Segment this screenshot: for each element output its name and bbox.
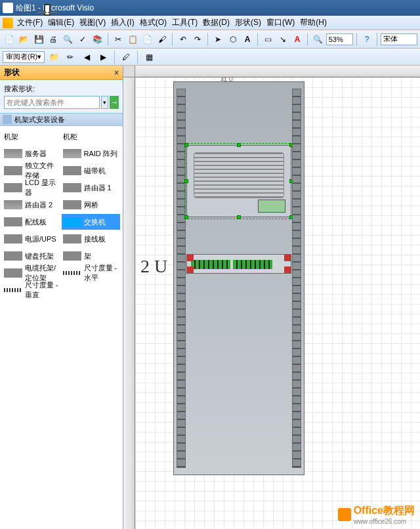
separator: [137, 51, 138, 64]
preview-button[interactable]: 🔍: [62, 32, 75, 47]
text-button[interactable]: A: [291, 32, 304, 47]
stencil-name: 机架式安装设备: [14, 115, 65, 125]
menu-format[interactable]: 格式(O): [140, 17, 167, 28]
print-button[interactable]: 🖨: [47, 32, 60, 47]
toolbar-reviewing: 审阅者(R) ▾ 📁 ✏ ◀ ▶ 🖊 ▦: [0, 49, 420, 66]
zoom-in-button[interactable]: 🔍: [311, 32, 324, 47]
edit-comment-button[interactable]: ✏: [63, 50, 77, 64]
separator: [108, 33, 108, 46]
text-tool[interactable]: A: [241, 32, 254, 47]
shape-server[interactable]: 服务器: [3, 146, 62, 161]
research-button[interactable]: 📚: [91, 32, 104, 47]
selection-handle[interactable]: [289, 215, 293, 219]
undo-button[interactable]: ↶: [176, 32, 189, 47]
shapes-header: 形状 ×: [0, 66, 123, 80]
close-icon[interactable]: ×: [114, 68, 119, 77]
format-painter-button[interactable]: 🖌: [156, 32, 169, 47]
shape-dim-v[interactable]: 尺寸度量 - 垂直: [3, 282, 62, 298]
switch-shape[interactable]: [186, 254, 291, 274]
menu-window[interactable]: 窗口(W): [266, 17, 295, 28]
shape-lcd[interactable]: LCD 显示器: [3, 180, 62, 196]
menu-help[interactable]: 帮助(H): [300, 17, 327, 28]
new-comment-button[interactable]: 📁: [47, 50, 61, 64]
stencil-body: 机架 机柜 服务器 RAID 阵列 独立文件存储 磁带机 LCD 显示器 路由器…: [0, 126, 123, 529]
zoom-level[interactable]: 53%: [326, 33, 353, 45]
reviewer-dropdown[interactable]: 审阅者(R) ▾: [3, 51, 45, 63]
shape-raid[interactable]: RAID 阵列: [62, 146, 121, 161]
titlebar: 绘图1 - Microsoft Visio: [0, 0, 420, 16]
menu-view[interactable]: 视图(V): [79, 17, 106, 28]
shape-bridge[interactable]: 网桥: [62, 197, 121, 213]
shape-router2[interactable]: 路由器 2: [3, 197, 62, 213]
server-shape-selected[interactable]: [186, 145, 291, 217]
separator: [377, 33, 377, 46]
stencil-header[interactable]: 机架式安装设备: [0, 113, 123, 126]
copy-button[interactable]: 📋: [126, 32, 139, 47]
ruler-vertical[interactable]: [123, 77, 135, 529]
search-dropdown[interactable]: ▾: [101, 96, 108, 109]
separator: [172, 33, 173, 46]
drawing-page[interactable]: 2 U 41 U: [135, 77, 420, 529]
selection-handle[interactable]: [184, 143, 188, 147]
shape-switch[interactable]: 交换机: [62, 214, 121, 230]
shape-shelf[interactable]: 架: [62, 248, 121, 264]
next-button[interactable]: ▶: [96, 50, 110, 64]
shape-wiring[interactable]: 接线板: [62, 231, 121, 247]
menu-tools[interactable]: 工具(T): [172, 17, 198, 28]
rack-unit-label: 2 U: [140, 256, 167, 277]
connector-tool[interactable]: ⬡: [226, 32, 239, 47]
selection-handle[interactable]: [237, 215, 241, 219]
shape-patch[interactable]: 配线板: [3, 214, 62, 230]
connection-point: [187, 255, 194, 261]
office-button[interactable]: [3, 18, 13, 28]
selection-handle[interactable]: [184, 215, 188, 219]
shape-cabinet[interactable]: 机柜: [62, 129, 121, 144]
server-lcd: [258, 200, 285, 213]
search-go-button[interactable]: →: [110, 96, 119, 109]
menu-insert[interactable]: 插入(I): [111, 17, 134, 28]
selection-handle[interactable]: [237, 143, 241, 147]
font-name[interactable]: 宋体: [381, 33, 417, 45]
track-button[interactable]: ▦: [142, 50, 156, 64]
pointer-tool[interactable]: ➤: [211, 32, 224, 47]
shape-cable[interactable]: 电缆托架/定位架: [3, 265, 62, 281]
menubar: 文件(F) 编辑(E) 视图(V) 插入(I) 格式(O) 工具(T) 数据(D…: [0, 16, 420, 30]
shape-rack[interactable]: 机架: [3, 129, 62, 144]
separator: [207, 33, 208, 46]
spell-button[interactable]: ✓: [76, 32, 89, 47]
rack-shape[interactable]: [173, 81, 304, 475]
shapes-panel: 形状 × 搜索形状: ▾ → 机架式安装设备 机架 机柜 服务器 RAID 阵列…: [0, 66, 123, 529]
redo-button[interactable]: ↷: [191, 32, 204, 47]
connection-point: [284, 255, 291, 261]
menu-edit[interactable]: 编辑(E): [48, 17, 74, 28]
prev-button[interactable]: ◀: [79, 50, 94, 64]
canvas-area: 2 U 41 U: [123, 66, 420, 529]
shape-tape[interactable]: 磁带机: [62, 163, 121, 179]
selection-handle[interactable]: [289, 143, 293, 147]
menu-shape[interactable]: 形状(S): [235, 17, 261, 28]
watermark-text: Office教程网: [354, 504, 415, 518]
shape-router1[interactable]: 路由器 1: [62, 180, 121, 196]
shape-keyboard[interactable]: 键盘托架: [3, 248, 62, 264]
help-button[interactable]: ?: [360, 32, 373, 47]
ruler-horizontal[interactable]: [135, 66, 420, 77]
save-button[interactable]: 💾: [32, 32, 45, 47]
app-icon: [3, 3, 13, 13]
open-button[interactable]: 📂: [17, 32, 30, 47]
search-input[interactable]: [4, 96, 100, 109]
menu-data[interactable]: 数据(D): [203, 17, 230, 28]
connector-button[interactable]: ↘: [276, 32, 289, 47]
shape-dim-h[interactable]: 尺寸度量 - 水平: [62, 265, 121, 281]
shape-ups[interactable]: 电源/UPS: [3, 231, 62, 247]
separator: [257, 33, 258, 46]
cut-button[interactable]: ✂: [112, 32, 125, 47]
ink-button[interactable]: 🖊: [119, 50, 133, 64]
menu-file[interactable]: 文件(F): [17, 17, 43, 28]
new-button[interactable]: 📄: [3, 32, 16, 47]
paste-button[interactable]: 📄: [141, 32, 154, 47]
watermark-url: www.office26.com: [354, 518, 415, 525]
shapes-button[interactable]: ▭: [261, 32, 274, 47]
selection-handle[interactable]: [289, 179, 293, 183]
shape-storage[interactable]: 独立文件存储: [3, 163, 62, 179]
selection-handle[interactable]: [184, 179, 188, 183]
